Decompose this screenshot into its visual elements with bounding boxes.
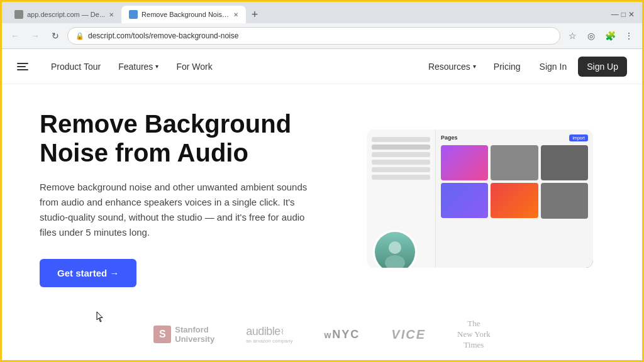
sign-in-button[interactable]: Sign In (531, 57, 576, 77)
bookmark-icon[interactable]: ☆ (564, 28, 580, 44)
app-action-button[interactable]: Import (569, 134, 588, 141)
nav-for-work-label: For Work (176, 62, 212, 72)
grid-item-2 (491, 145, 538, 180)
logos-section: S StanfordUniversity audible ⌇ an amazon… (2, 306, 642, 362)
nav-resources[interactable]: Resources ▾ (421, 57, 484, 77)
lock-icon: 🔒 (75, 32, 84, 40)
app-main-header: Pages Import (441, 134, 588, 141)
logo-bar-1 (17, 63, 28, 64)
logo-audible: audible ⌇ an amazon company (246, 325, 292, 344)
nav-resources-label: Resources (428, 62, 470, 72)
nav-product-tour[interactable]: Product Tour (43, 57, 108, 77)
tab-inactive-label: app.descript.com — De... (27, 11, 105, 18)
nav-pricing[interactable]: Pricing (486, 57, 528, 77)
nav-product-tour-label: Product Tour (51, 62, 101, 72)
nav-pricing-label: Pricing (494, 62, 521, 72)
nav-for-work[interactable]: For Work (169, 57, 219, 77)
browser-chrome: app.descript.com — De... ✕ Remove Backgr… (2, 2, 642, 49)
stanford-logo: S StanfordUniversity (153, 325, 214, 344)
address-text: descript.com/tools/remove-background-noi… (88, 31, 552, 40)
more-icon[interactable]: ⋮ (621, 28, 637, 44)
svg-point-1 (385, 255, 405, 268)
stanford-s-icon: S (153, 326, 171, 343)
audible-text: audible ⌇ (246, 325, 292, 338)
hero-text: Remove Background Noise from Audio Remov… (40, 109, 341, 287)
browser-toolbar: ← → ↻ 🔒 descript.com/tools/remove-backgr… (2, 23, 642, 48)
tab-favicon-active (129, 10, 138, 19)
hero-cta-button[interactable]: Get started → (40, 259, 136, 287)
profile-icon[interactable]: ◎ (583, 28, 599, 44)
logo-bar-2 (17, 66, 26, 67)
logo-vice: VICE (391, 327, 426, 342)
hero-image: Pages Import (367, 129, 593, 268)
page-wrapper: app.descript.com — De... ✕ Remove Backgr… (0, 0, 644, 362)
wnyc-w: w (324, 330, 332, 340)
features-chevron-icon: ▾ (155, 63, 158, 70)
nav-right: Resources ▾ Pricing Sign In Sign Up (421, 57, 627, 77)
avatar-inner (375, 232, 415, 268)
wnyc-nyc: NYC (332, 328, 360, 341)
grid-item-4 (441, 183, 488, 218)
close-button[interactable]: ✕ (628, 10, 635, 19)
tab-favicon-inactive (14, 10, 23, 19)
sidebar-item-sm-5 (372, 167, 430, 172)
sidebar-item-sm-4 (372, 160, 430, 165)
sidebar-item-sm-6 (372, 175, 430, 180)
site-logo[interactable] (17, 63, 28, 70)
maximize-button[interactable]: □ (621, 10, 626, 19)
sign-in-label: Sign In (540, 62, 567, 72)
logo-wnyc: wNYC (324, 328, 360, 341)
app-main-title: Pages (441, 134, 458, 141)
tab-inactive[interactable]: app.descript.com — De... ✕ (7, 6, 121, 23)
hero-title: Remove Background Noise from Audio (40, 109, 341, 167)
grid-item-3 (541, 145, 588, 181)
stanford-text: StanfordUniversity (175, 325, 214, 344)
vice-text: VICE (391, 327, 426, 342)
reload-button[interactable]: ↻ (47, 28, 64, 44)
tab-close-inactive[interactable]: ✕ (109, 11, 114, 18)
address-bar[interactable]: 🔒 descript.com/tools/remove-background-n… (67, 27, 560, 45)
tab-active[interactable]: Remove Background Noise from... ✕ (121, 6, 246, 23)
nav-features[interactable]: Features ▾ (111, 57, 166, 77)
grid-items (441, 145, 588, 219)
sidebar-item-sm-3 (372, 152, 430, 157)
svg-point-0 (389, 241, 401, 254)
site-nav: Product Tour Features ▾ For Work Resourc… (2, 49, 642, 84)
sign-up-button[interactable]: Sign Up (578, 57, 627, 77)
grid-item-6 (541, 183, 588, 219)
logo-nyt: TheNew YorkTimes (457, 319, 491, 351)
hero-section: Remove Background Noise from Audio Remov… (2, 84, 642, 306)
nav-features-label: Features (118, 62, 153, 72)
new-tab-button[interactable]: + (246, 6, 264, 23)
audible-sub-text: an amazon company (246, 338, 292, 344)
sign-up-label: Sign Up (587, 62, 618, 72)
app-main: Pages Import (436, 129, 593, 268)
audible-wave-icon: ⌇ (280, 327, 284, 336)
logo-stanford: S StanfordUniversity (153, 325, 214, 344)
tab-active-label: Remove Background Noise from... (142, 11, 230, 18)
browser-content: Product Tour Features ▾ For Work Resourc… (2, 49, 642, 362)
hero-cta-label: Get started → (57, 268, 119, 278)
tab-close-active[interactable]: ✕ (233, 11, 238, 18)
logo-bar-3 (17, 69, 28, 70)
forward-button[interactable]: → (27, 28, 43, 44)
wnyc-text: wNYC (324, 328, 360, 341)
toolbar-icons: ☆ ◎ 🧩 ⋮ (564, 28, 637, 44)
resources-chevron-icon: ▾ (473, 63, 476, 70)
sidebar-item-sm-1 (372, 137, 430, 142)
logo-icon (17, 63, 28, 70)
back-button[interactable]: ← (7, 28, 23, 44)
hero-description: Remove background noise and other unwant… (40, 180, 316, 240)
nyt-text: TheNew YorkTimes (457, 319, 491, 351)
grid-item-5 (491, 183, 538, 218)
sidebar-item-sm-2 (372, 145, 430, 150)
extensions-icon[interactable]: 🧩 (602, 28, 618, 44)
minimize-button[interactable]: — (611, 10, 619, 19)
grid-item-1 (441, 145, 488, 180)
browser-tabs: app.descript.com — De... ✕ Remove Backgr… (2, 2, 642, 23)
avatar-person-icon (379, 236, 411, 268)
nav-links: Product Tour Features ▾ For Work (43, 57, 220, 77)
